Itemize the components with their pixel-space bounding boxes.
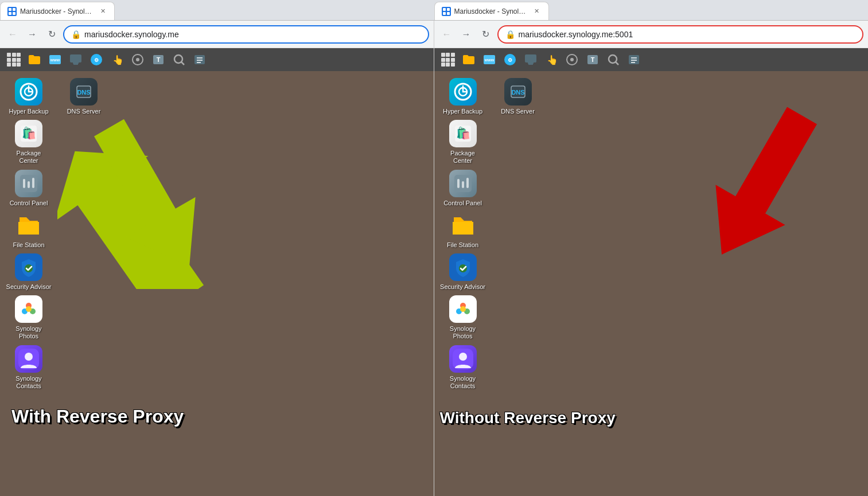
right-tb-folder[interactable] [460, 50, 478, 69]
left-icon-hyper-backup[interactable]: Hyper Backup [6, 78, 52, 115]
svg-text:⚙: ⚙ [94, 57, 99, 63]
right-tb-text[interactable]: T [583, 50, 602, 69]
right-contacts-label: Synology Contacts [440, 375, 486, 390]
right-icon-dns[interactable]: DNS DNS Server [495, 78, 541, 115]
left-icon-row-2: 🛍️ PackageCenter [6, 120, 107, 165]
svg-text:🛍️: 🛍️ [456, 126, 470, 140]
right-proxy-label: Without Reverse Proxy [440, 409, 616, 427]
right-favicon [442, 7, 451, 16]
right-desktop-icons: Hyper Backup DNS DNS Server 🛍️ Pa [440, 78, 541, 390]
browser-tabs-row: Mariusdocker - Synology DiskSta... ✕ Mar… [0, 0, 868, 21]
left-tab-title: Mariusdocker - Synology DiskSta... [20, 7, 95, 15]
right-icon-hyper-backup[interactable]: Hyper Backup [440, 78, 486, 115]
right-tb-hand[interactable]: 👆 [542, 50, 560, 69]
left-tb-monitor[interactable] [67, 50, 85, 69]
left-tb-text[interactable]: T [149, 50, 168, 69]
svg-rect-35 [32, 178, 34, 188]
right-tb-grid[interactable] [439, 50, 457, 69]
left-tb-search[interactable] [170, 50, 188, 69]
right-tab[interactable]: Mariusdocker - Synology DiskSta... ✕ [434, 2, 549, 20]
left-tb-list[interactable] [190, 50, 209, 69]
right-icon-contacts[interactable]: Synology Contacts [440, 345, 486, 390]
svg-point-84 [459, 353, 467, 361]
right-file-label: File Station [447, 241, 478, 249]
right-dns-label: DNS Server [501, 108, 535, 115]
left-browser-panel: ← → ↻ 🔒 mariusdocker.synology.me www [0, 21, 434, 496]
left-icon-file[interactable]: File Station [6, 212, 52, 249]
left-icon-security[interactable]: Security Advisor [6, 253, 52, 291]
right-tb-monitor[interactable] [521, 50, 540, 69]
right-icon-row-1: Hyper Backup DNS DNS Server [440, 78, 541, 115]
svg-rect-6 [443, 12, 446, 15]
svg-text:DNS: DNS [77, 89, 90, 96]
left-tb-settings[interactable] [129, 50, 147, 69]
left-icon-photos[interactable]: Synology Photos [6, 295, 52, 340]
svg-line-21 [181, 62, 184, 65]
left-control-label: Control Panel [10, 200, 48, 207]
right-address-box[interactable]: 🔒 mariusdocker.synology.me:5001 [497, 25, 864, 44]
left-dsm-taskbar: www ⚙ 👆 T [0, 48, 434, 71]
right-reload-button[interactable]: ↻ [478, 26, 494, 42]
svg-text:⚙: ⚙ [508, 57, 512, 63]
left-hyper-backup-label: Hyper Backup [9, 108, 48, 115]
left-reload-button[interactable]: ↻ [44, 26, 60, 42]
right-tb-www[interactable]: www [480, 50, 499, 69]
svg-rect-7 [447, 12, 450, 15]
left-forward-button[interactable]: → [24, 26, 40, 42]
right-icon-security[interactable]: Security Advisor [440, 253, 486, 291]
left-back-button[interactable]: ← [5, 26, 21, 42]
right-tb-search[interactable] [604, 50, 622, 69]
left-icon-control[interactable]: Control Panel [6, 170, 52, 207]
left-address-bar-row: ← → ↻ 🔒 mariusdocker.synology.me [0, 21, 434, 48]
left-favicon [7, 7, 17, 16]
right-forward-button[interactable]: → [458, 26, 474, 42]
left-desktop-icons: Hyper Backup DNS DNS Server 🛍️ [6, 78, 107, 390]
right-icon-row-2: 🛍️ PackageCenter [440, 120, 541, 165]
right-security-label: Security Advisor [440, 283, 485, 291]
left-icon-contacts[interactable]: Synology Contacts [6, 345, 52, 390]
browser-content: ← → ↻ 🔒 mariusdocker.synology.me www [0, 21, 868, 496]
svg-rect-4 [443, 8, 446, 11]
left-package-label: PackageCenter [17, 150, 41, 165]
svg-rect-0 [9, 8, 11, 11]
right-red-arrow [679, 94, 851, 266]
svg-rect-1 [13, 8, 15, 11]
right-icon-package[interactable]: 🛍️ PackageCenter [440, 120, 486, 165]
right-back-button[interactable]: ← [439, 26, 455, 42]
left-url: mariusdocker.synology.me [84, 30, 179, 39]
svg-rect-52 [525, 54, 536, 63]
right-icon-row-6: Synology Photos [440, 295, 541, 340]
svg-text:www: www [50, 58, 60, 62]
left-tab[interactable]: Mariusdocker - Synology DiskSta... ✕ [0, 2, 115, 20]
left-icon-row-7: Synology Contacts [6, 345, 107, 390]
left-icon-row-4: File Station [6, 212, 107, 249]
left-dsm-desktop: Hyper Backup DNS DNS Server 🛍️ [0, 71, 434, 496]
svg-rect-10 [70, 54, 81, 63]
svg-rect-74 [462, 181, 464, 188]
svg-rect-53 [528, 64, 533, 65]
svg-rect-33 [23, 179, 25, 188]
left-proxy-label: With Reverse Proxy [11, 406, 184, 427]
left-icon-dns[interactable]: DNS DNS Server [61, 78, 107, 115]
right-tb-list[interactable] [625, 50, 643, 69]
left-contacts-label: Synology Contacts [6, 375, 52, 390]
right-icon-file[interactable]: File Station [440, 212, 486, 249]
right-icon-control[interactable]: Control Panel [440, 170, 486, 207]
left-tb-hand[interactable]: 👆 [108, 50, 126, 69]
svg-point-45 [25, 353, 33, 361]
left-tb-docker[interactable]: ⚙ [87, 50, 106, 69]
left-tb-grid[interactable] [5, 50, 23, 69]
left-icon-package[interactable]: 🛍️ PackageCenter [6, 120, 52, 165]
right-tb-docker-circle[interactable]: ⚙ [501, 50, 519, 69]
right-icon-photos[interactable]: Synology Photos [440, 295, 486, 340]
right-tabs: Mariusdocker - Synology DiskSta... ✕ [434, 0, 869, 20]
svg-point-60 [609, 55, 617, 63]
left-icon-row-1: Hyper Backup DNS DNS Server [6, 78, 107, 115]
right-tab-close[interactable]: ✕ [532, 7, 542, 16]
right-tb-settings[interactable] [563, 50, 581, 69]
left-address-box[interactable]: 🔒 mariusdocker.synology.me [63, 25, 429, 44]
left-tb-folder[interactable] [25, 50, 44, 69]
left-tb-www[interactable]: www [46, 50, 64, 69]
svg-rect-75 [466, 178, 469, 188]
left-tab-close[interactable]: ✕ [98, 7, 107, 16]
